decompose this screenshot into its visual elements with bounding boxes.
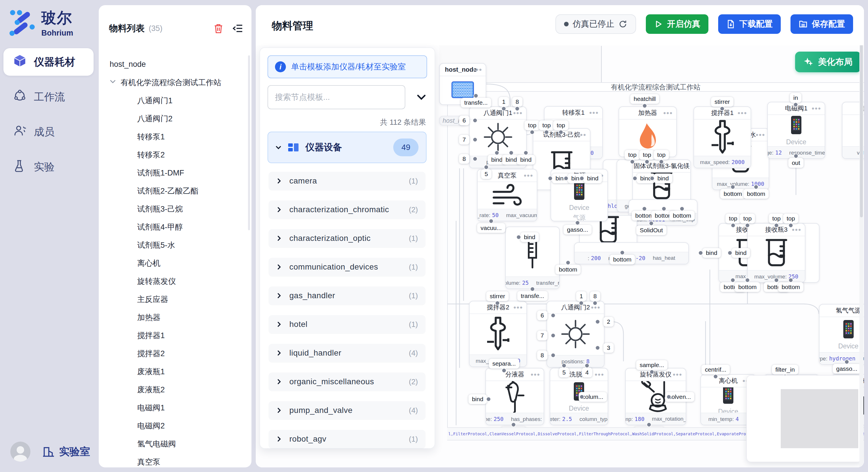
port-top[interactable]: top [725, 214, 741, 224]
port-bind[interactable]: bind [654, 173, 672, 183]
port-6[interactable]: 6 [459, 115, 469, 125]
tree-item-20[interactable]: 氢气电磁阀 [99, 435, 249, 453]
port-handle-dot[interactable] [585, 363, 590, 368]
port-2[interactable]: 2 [603, 317, 614, 327]
search-template-input[interactable] [268, 85, 405, 109]
port-7[interactable]: 7 [537, 331, 547, 340]
tree-item-6[interactable]: 试剂瓶2-乙酸乙酯 [99, 182, 249, 200]
port-top[interactable]: top [740, 214, 755, 224]
port-5[interactable]: 5 [481, 169, 491, 179]
port-handle-dot[interactable] [501, 106, 506, 111]
category-liquid_handler[interactable]: liquid_handler(4) [269, 344, 425, 362]
port-SolidOut[interactable]: SolidOut [637, 225, 666, 235]
port-handle-dot[interactable] [575, 221, 580, 225]
port-handle-dot[interactable] [551, 353, 556, 358]
port-top[interactable]: top [553, 121, 568, 130]
node-menu-icon[interactable]: ••• [738, 109, 747, 117]
port-8[interactable]: 8 [512, 97, 522, 107]
port-handle-dot[interactable] [745, 278, 750, 283]
port-bottom[interactable]: bottom [735, 282, 760, 292]
port-3[interactable]: 3 [603, 343, 614, 353]
port-handle-dot[interactable] [551, 313, 556, 318]
port-handle-dot[interactable] [699, 250, 703, 256]
node-电磁阀1[interactable]: 电磁阀1•••Devicevoltage:12response_time:0.1 [767, 102, 825, 159]
port-bottom[interactable]: bottom [610, 255, 635, 264]
port-stirrer[interactable]: stirrer [486, 291, 508, 301]
sidebar-item-lab[interactable]: 实验室 [42, 445, 90, 459]
chevron-down-icon[interactable] [415, 93, 427, 102]
port-bottom[interactable]: bottom [720, 189, 745, 199]
port-bind[interactable]: bind [732, 248, 750, 258]
port-handle-dot[interactable] [595, 345, 600, 350]
port-handle-dot[interactable] [727, 250, 733, 256]
port-handle-dot[interactable] [502, 368, 507, 373]
port-handle-dot[interactable] [551, 333, 556, 338]
port-heatchill[interactable]: heatchill [630, 94, 659, 104]
node-接收瓶3[interactable]: 接收瓶3•••max_volume:250 [747, 223, 805, 283]
node-menu-icon[interactable]: ••• [677, 162, 687, 171]
port-separa[interactable]: separa... [489, 359, 519, 369]
port-handle-dot[interactable] [794, 154, 799, 159]
sidebar-item-2[interactable]: 工作流 [3, 83, 94, 111]
node-氢气气源[interactable]: 氢气气源•••Device_type:hydrogenmax_pre [819, 304, 864, 365]
beautify-layout-button[interactable]: 美化布局 [795, 52, 861, 72]
tree-item-1[interactable]: 八通阀门1 [99, 92, 249, 109]
category-robot_agv[interactable]: robot_agv(1) [269, 430, 425, 448]
port-handle-dot[interactable] [559, 130, 563, 135]
port-handle-dot[interactable] [495, 150, 499, 156]
port-handle-dot[interactable] [794, 102, 798, 107]
node-menu-icon[interactable]: ••• [792, 225, 801, 234]
port-4[interactable]: 4 [582, 368, 592, 377]
port-handle-dot[interactable] [647, 423, 652, 427]
tree-item-5[interactable]: 试剂瓶1-DMF [99, 164, 249, 182]
workstation-group[interactable]: 有机化学流程综合测试工作站 [447, 82, 864, 92]
category-pump_and_valve[interactable]: pump_and_valve(4) [269, 401, 425, 419]
minimap[interactable] [746, 375, 862, 462]
simulation-status-badge[interactable]: 仿真已停止 [555, 14, 636, 34]
port-1[interactable]: 1 [499, 97, 509, 107]
port-handle-dot[interactable] [562, 363, 567, 368]
category-camera[interactable]: camera(1) [269, 172, 425, 190]
canvas-scrollbar[interactable] [859, 5, 863, 467]
port-vacuu[interactable]: vacuu... [477, 223, 505, 233]
category-characterization_chromatic[interactable]: characterization_chromatic(2) [269, 200, 425, 219]
port-handle-dot[interactable] [720, 106, 725, 111]
port-handle-dot[interactable] [659, 160, 664, 164]
port-handle-dot[interactable] [489, 219, 494, 224]
port-handle-dot[interactable] [788, 278, 794, 283]
port-handle-dot[interactable] [580, 395, 584, 400]
port-handle-dot[interactable] [844, 360, 849, 365]
port-handle-dot[interactable] [642, 103, 647, 108]
port-handle-dot[interactable] [515, 106, 520, 111]
port-bind[interactable]: bind [584, 173, 602, 183]
port-bind[interactable]: bind [517, 155, 535, 165]
port-gasso[interactable]: gasso... [833, 364, 861, 374]
tree-item-21[interactable]: 真空泵 [99, 453, 249, 471]
port-handle-dot[interactable] [713, 374, 718, 379]
port-handle-dot[interactable] [486, 397, 491, 402]
port-gasso[interactable]: gasso... [563, 225, 592, 235]
port-bottom[interactable]: bottom [555, 265, 581, 274]
node-menu-icon[interactable]: ••• [524, 171, 533, 180]
port-in[interactable]: in [790, 93, 801, 103]
node-menu-icon[interactable]: ••• [812, 104, 821, 113]
category-organic_miscellaneous[interactable]: organic_miscellaneous(2) [269, 372, 425, 391]
save-config-button[interactable]: 保存配置 [790, 14, 853, 34]
tree-item-9[interactable]: 试剂瓶5-水 [99, 236, 249, 254]
port-handle-dot[interactable] [530, 130, 535, 135]
port-handle-dot[interactable] [774, 223, 779, 228]
sidebar-item-3[interactable]: 成员 [3, 118, 94, 146]
node-menu-icon[interactable]: ••• [673, 370, 682, 379]
port-handle-dot[interactable] [774, 278, 779, 283]
port-handle-dot[interactable] [731, 185, 735, 190]
tree-item-host-node[interactable]: host_node [99, 55, 249, 73]
port-handle-dot[interactable] [473, 118, 477, 123]
port-handle-dot[interactable] [511, 423, 516, 427]
node-menu-icon[interactable]: ••• [589, 108, 599, 117]
port-top[interactable]: top [639, 150, 654, 160]
tree-item-10[interactable]: 离心机 [99, 254, 249, 272]
download-config-button[interactable]: 下载配置 [718, 14, 781, 34]
port-top[interactable]: top [783, 214, 798, 224]
port-handle-dot[interactable] [650, 370, 654, 374]
tree-item-11[interactable]: 旋转蒸发仪 [99, 272, 249, 290]
